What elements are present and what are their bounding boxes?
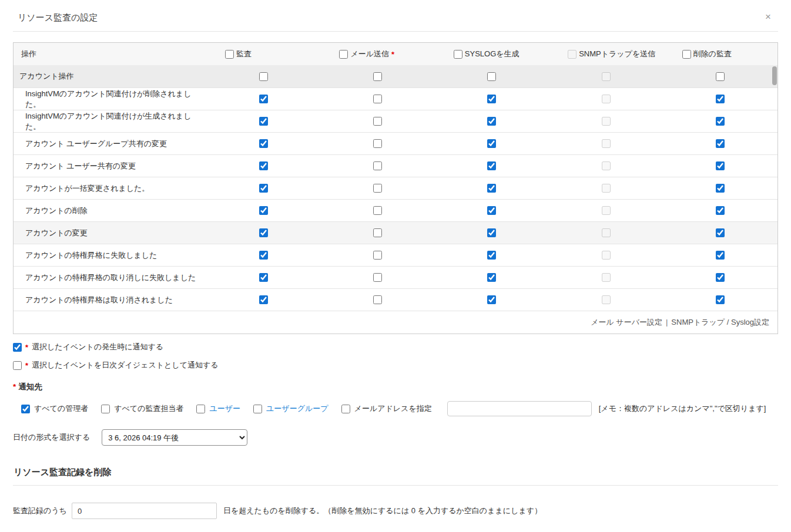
row-checkbox[interactable] — [716, 184, 725, 193]
row-checkbox[interactable] — [373, 161, 382, 170]
checkbox-cell — [549, 206, 663, 215]
row-checkbox[interactable] — [716, 117, 725, 126]
required-asterisk: * — [391, 50, 394, 59]
row-checkbox[interactable] — [373, 251, 382, 260]
row-checkbox[interactable] — [259, 184, 268, 193]
row-checkbox[interactable] — [373, 273, 382, 282]
row-checkbox[interactable] — [373, 228, 382, 237]
checkbox-cell — [206, 206, 320, 215]
checkbox-cell — [435, 161, 549, 170]
notify-on-event-option[interactable]: * 選択したイベントの発生時に通知する — [13, 342, 163, 352]
row-checkbox[interactable] — [716, 95, 725, 103]
column-select-all-checkbox[interactable] — [568, 50, 577, 59]
row-checkbox[interactable] — [487, 184, 496, 193]
row-checkbox[interactable] — [602, 95, 611, 103]
row-checkbox[interactable] — [487, 72, 496, 81]
notify-destination-option[interactable]: すべての管理者 — [21, 403, 88, 414]
vertical-scrollbar-thumb[interactable] — [772, 66, 777, 85]
notify-destination-option[interactable]: メールアドレスを指定 — [341, 403, 432, 414]
row-checkbox[interactable] — [602, 273, 611, 282]
destination-checkbox[interactable] — [196, 405, 205, 413]
row-checkbox[interactable] — [373, 206, 382, 215]
row-checkbox[interactable] — [259, 251, 268, 260]
row-checkbox[interactable] — [373, 95, 382, 103]
row-checkbox[interactable] — [259, 117, 268, 126]
notify-destination-option[interactable]: すべての監査担当者 — [101, 403, 183, 414]
row-checkbox[interactable] — [716, 139, 725, 148]
notify-destination-option[interactable]: ユーザー — [196, 403, 240, 414]
row-checkbox[interactable] — [602, 117, 611, 126]
notify-daily-digest-option[interactable]: * 選択したイベントを日次ダイジェストとして通知する — [13, 360, 219, 371]
row-checkbox[interactable] — [602, 72, 611, 81]
row-checkbox[interactable] — [716, 206, 725, 215]
email-address-input[interactable] — [447, 401, 592, 416]
row-checkbox[interactable] — [716, 295, 725, 304]
row-checkbox[interactable] — [373, 72, 382, 81]
column-select-all-checkbox[interactable] — [682, 50, 691, 59]
row-checkbox[interactable] — [487, 117, 496, 126]
row-checkbox[interactable] — [602, 161, 611, 170]
row-checkbox[interactable] — [716, 161, 725, 170]
row-checkbox[interactable] — [259, 95, 268, 103]
destination-checkbox[interactable] — [101, 405, 110, 413]
row-checkbox[interactable] — [602, 228, 611, 237]
row-checkbox[interactable] — [602, 206, 611, 215]
row-checkbox[interactable] — [373, 139, 382, 148]
row-checkbox[interactable] — [259, 228, 268, 237]
row-checkbox[interactable] — [716, 228, 725, 237]
row-checkbox[interactable] — [602, 251, 611, 260]
row-checkbox[interactable] — [487, 206, 496, 215]
row-checkbox[interactable] — [487, 273, 496, 282]
notify-on-event-checkbox[interactable] — [13, 343, 22, 352]
column-select-all-checkbox[interactable] — [225, 50, 234, 59]
close-icon[interactable]: × — [765, 12, 771, 22]
row-operation-label: InsightVMのアカウント関連付けが生成されました。 — [14, 111, 206, 132]
row-checkbox[interactable] — [716, 251, 725, 260]
row-checkbox[interactable] — [259, 273, 268, 282]
notify-destination-option[interactable]: ユーザーグループ — [253, 403, 329, 414]
column-select-all-checkbox[interactable] — [454, 50, 462, 59]
retention-days-input[interactable] — [72, 503, 217, 519]
column-select-all-checkbox[interactable] — [339, 50, 348, 59]
table-row: アカウント ユーザーグループ共有の変更 — [14, 132, 777, 154]
row-checkbox[interactable] — [259, 295, 268, 304]
row-checkbox[interactable] — [487, 161, 496, 170]
checkbox-cell — [206, 95, 320, 103]
row-operation-label: アカウント ユーザー共有の変更 — [14, 161, 206, 171]
destination-checkbox[interactable] — [253, 405, 262, 413]
row-checkbox[interactable] — [373, 184, 382, 193]
column-header: 削除の監査 — [663, 49, 777, 59]
notify-daily-digest-checkbox[interactable] — [13, 361, 22, 370]
row-checkbox[interactable] — [487, 95, 496, 103]
table-row: InsightVMのアカウント関連付けが削除されました。 — [14, 87, 777, 110]
row-checkbox[interactable] — [487, 251, 496, 260]
row-checkbox[interactable] — [602, 295, 611, 304]
row-checkbox[interactable] — [259, 206, 268, 215]
checkbox-cell — [663, 273, 777, 282]
destination-checkbox[interactable] — [341, 405, 350, 413]
row-checkbox[interactable] — [487, 139, 496, 148]
row-checkbox[interactable] — [259, 161, 268, 170]
destination-checkbox[interactable] — [21, 405, 30, 413]
row-checkbox[interactable] — [602, 184, 611, 193]
row-checkbox[interactable] — [716, 72, 725, 81]
destination-label: ユーザー — [209, 403, 240, 414]
row-checkbox[interactable] — [716, 273, 725, 282]
row-checkbox[interactable] — [487, 295, 496, 304]
checkbox-cell — [663, 161, 777, 170]
checkbox-cell — [320, 72, 434, 81]
row-checkbox[interactable] — [259, 72, 268, 81]
row-checkbox[interactable] — [373, 117, 382, 126]
table-header-row: 操作 監査 メール送信* SYSLOGを生成 SNMPトラップを送信 削除の監査 — [14, 43, 777, 65]
row-checkbox[interactable] — [373, 295, 382, 304]
checkbox-cell — [206, 273, 320, 282]
date-format-select[interactable]: 3 6, 2026 04:19 午後 — [102, 429, 247, 446]
column-header: SYSLOGを生成 — [435, 49, 549, 59]
mail-server-settings-link[interactable]: メール サーバー設定 — [591, 318, 662, 326]
row-checkbox[interactable] — [259, 139, 268, 148]
row-checkbox[interactable] — [602, 139, 611, 148]
date-format-row: 日付の形式を選択する 3 6, 2026 04:19 午後 — [13, 429, 778, 446]
snmp-syslog-settings-link[interactable]: SNMPトラップ / Syslog設定 — [671, 318, 769, 326]
checkbox-cell — [435, 206, 549, 215]
row-checkbox[interactable] — [487, 228, 496, 237]
